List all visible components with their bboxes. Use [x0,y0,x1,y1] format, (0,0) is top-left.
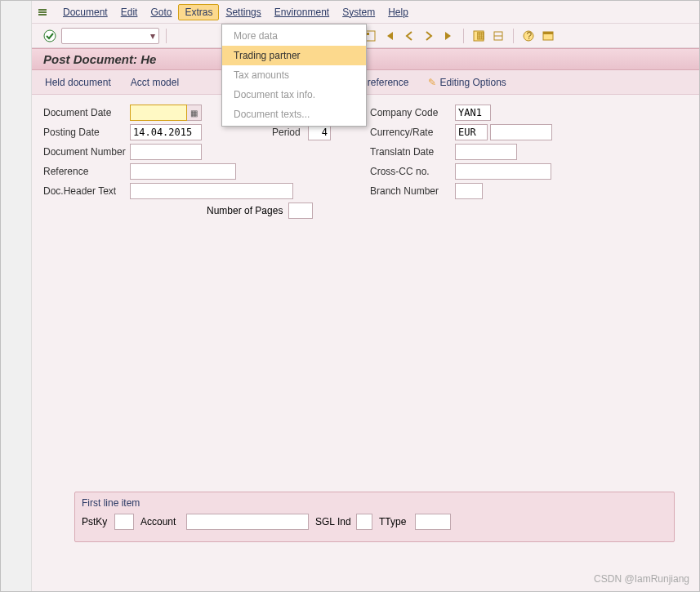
menu-goto[interactable]: Goto [144,4,178,20]
help-icon[interactable]: ? [520,28,537,44]
watermark: CSDN @IamRunjiang [594,573,689,585]
label-translatn-date: Translatn Date [370,146,455,158]
menu-system[interactable]: System [336,4,381,20]
sgl-ind-field[interactable] [356,514,372,530]
branch-number-field[interactable] [455,183,483,199]
svg-rect-1 [38,11,47,13]
menu-document[interactable]: Document [56,4,114,20]
label-document-date: Document Date [43,107,130,118]
svg-rect-0 [38,9,47,11]
posting-date-field[interactable] [130,124,202,140]
layout-icon[interactable] [540,28,556,44]
label-cross-cc: Cross-CC no. [370,166,455,177]
menu-extras[interactable]: Extras [178,4,219,20]
account-field[interactable] [186,514,309,530]
document-number-field[interactable] [130,144,202,160]
label-document-number: Document Number [43,146,130,158]
company-code-field[interactable] [455,105,491,121]
doc-header-text-field[interactable] [130,183,293,199]
pencil-icon: ✎ [428,77,436,88]
toolbar-separator [513,29,514,43]
label-posting-date: Posting Date [43,127,130,138]
menu-edit[interactable]: Edit [114,4,145,20]
dd-more-data[interactable]: More data [222,26,366,46]
date-picker-icon[interactable]: ▦ [187,105,202,121]
svg-rect-7 [367,33,369,35]
dd-doc-tax-info[interactable]: Document tax info. [222,85,366,105]
create-session-icon[interactable]: ▦ [470,28,487,44]
acct-model-button[interactable]: Acct model [126,74,184,91]
menu-environment[interactable]: Environment [268,4,336,20]
label-period: Period [272,127,308,138]
toolbar-separator [166,29,167,43]
ttype-field[interactable] [415,514,451,530]
editing-options-button[interactable]: ✎Editing Options [423,74,511,91]
dd-tax-amounts[interactable]: Tax amounts [222,65,366,85]
ok-check-icon[interactable] [42,28,58,44]
svg-rect-15 [543,32,553,34]
document-date-field[interactable] [130,105,187,121]
menu-settings[interactable]: Settings [219,4,267,20]
reference-field[interactable] [130,163,236,180]
translatn-date-field[interactable] [455,144,517,160]
app-menu-icon[interactable] [37,7,48,18]
svg-rect-2 [38,14,47,16]
label-pstky: PstKy [82,516,114,527]
label-doc-header-text: Doc.Header Text [43,185,130,197]
number-of-pages-field[interactable] [288,203,313,219]
first-line-item-block: First line item PstKy Account SGL Ind TT… [74,492,675,542]
menu-help[interactable]: Help [381,4,415,20]
label-number-of-pages: Number of Pages [207,205,288,216]
dd-trading-partner[interactable]: Trading partner [222,46,366,65]
label-reference: Reference [43,166,130,177]
extras-dropdown: More data Trading partner Tax amounts Do… [221,24,367,127]
svg-point-3 [44,30,56,42]
command-field[interactable]: ▾ [61,28,159,44]
menu-bar: Document Edit Goto Extras Settings Envir… [32,1,699,24]
first-page-icon[interactable] [381,28,398,44]
svg-text:?: ? [527,30,533,42]
prev-page-icon[interactable] [401,28,417,44]
label-branch-number: Branch Number [370,185,455,197]
pstky-field[interactable] [114,514,134,530]
inactive-left-strip [1,1,32,591]
held-document-button[interactable]: Held document [40,74,116,91]
svg-text:▦: ▦ [476,30,484,41]
label-currency-rate: Currency/Rate [370,127,455,138]
cross-cc-field[interactable] [455,163,551,180]
shortcut-icon[interactable] [490,28,506,44]
next-page-icon[interactable] [421,28,437,44]
first-line-item-title: First line item [82,497,667,509]
last-page-icon[interactable] [440,28,457,44]
label-sgl-ind: SGL Ind [315,516,356,527]
label-ttype: TType [379,516,415,527]
label-company-code: Company Code [370,107,455,118]
period-field[interactable] [308,124,331,140]
dd-doc-texts[interactable]: Document texts... [222,105,366,124]
rate-field[interactable] [490,124,552,140]
currency-field[interactable] [455,124,488,140]
label-account: Account [140,516,186,527]
toolbar-separator [463,29,464,43]
